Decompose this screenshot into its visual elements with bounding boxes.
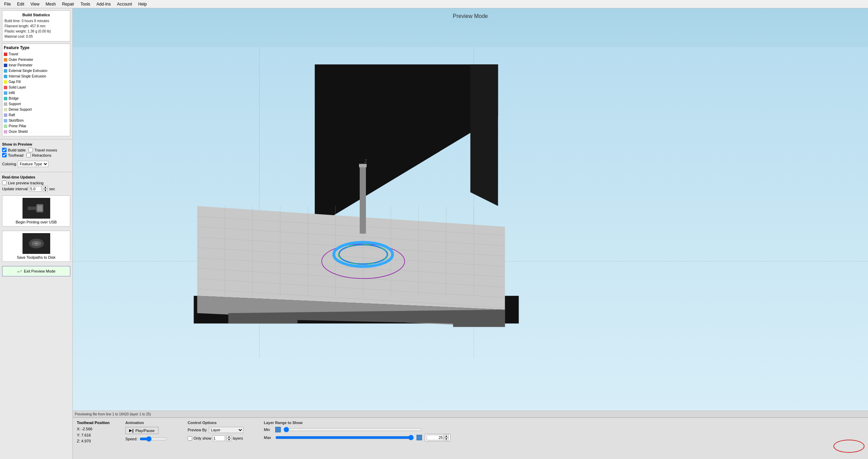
layer-max-input[interactable]: 25 <box>427 435 444 440</box>
layer-range-min-row: Min <box>264 427 864 432</box>
infill-color-swatch <box>4 91 7 95</box>
menu-view[interactable]: View <box>28 1 42 7</box>
only-show-spinner-down[interactable]: ▼ <box>226 438 231 441</box>
update-interval-input[interactable]: 5.0 <box>29 186 42 192</box>
travel-color-swatch <box>4 53 7 56</box>
feature-infill-label: Infill <box>9 90 15 96</box>
menu-repair[interactable]: Repair <box>59 1 77 7</box>
coloring-label: Coloring <box>2 162 16 166</box>
layer-max-value-box: 25 ▲ ▼ <box>425 434 450 441</box>
preview-by-row: Preview By Layer Line Time <box>188 427 257 433</box>
usb-button-label: Begin Printing over USB <box>16 220 57 224</box>
solid-layer-color-swatch <box>4 86 7 89</box>
save-disk-button-label: Save Toolpaths to Disk <box>17 255 56 259</box>
toolhead-y: Y: 7.616 <box>77 432 118 439</box>
animation-title: Animation <box>125 421 181 425</box>
only-show-unit: layers <box>233 436 243 440</box>
feature-gap-fill-label: Gap Fill <box>9 79 20 85</box>
feature-inner-perimeter: Inner Perimeter <box>4 63 69 68</box>
travel-moves-checkbox-row: Travel moves <box>28 148 57 152</box>
feature-travel: Travel <box>4 52 69 57</box>
ext-single-color-swatch <box>4 69 7 73</box>
menu-addins[interactable]: Add-Ins <box>94 1 114 7</box>
feature-solid-layer: Solid Layer <box>4 85 69 90</box>
layer-range-max-row: Max 25 ▲ ▼ <box>264 434 864 441</box>
layer-max-slider[interactable] <box>275 435 414 440</box>
travel-moves-checkbox[interactable] <box>28 148 33 152</box>
feature-outer-perimeter: Outer Perimeter <box>4 57 69 63</box>
coloring-select[interactable]: Feature Type Speed Temperature <box>18 161 48 167</box>
preview-by-select[interactable]: Layer Line Time <box>209 427 243 433</box>
interval-spinner-down[interactable]: ▼ <box>43 189 48 192</box>
layer-min-slider[interactable] <box>284 427 422 432</box>
feature-dense-support-label: Dense Support <box>9 107 32 112</box>
menu-account[interactable]: Account <box>114 1 135 7</box>
feature-skirt-brim: Skirt/Brim <box>4 118 69 123</box>
feature-inner-perimeter-label: Inner Perimeter <box>9 63 33 68</box>
usb-print-button[interactable]: Begin Printing over USB <box>2 195 70 227</box>
realtime-section: Real-time Updates Live preview tracking … <box>0 174 72 193</box>
feature-infill: Infill <box>4 90 69 96</box>
svg-text:Z: Z <box>364 158 367 164</box>
raft-color-swatch <box>4 113 7 117</box>
svg-rect-2 <box>37 205 42 211</box>
layer-max-slider-handle[interactable] <box>417 435 422 440</box>
feature-travel-label: Travel <box>9 52 18 57</box>
retractions-checkbox[interactable] <box>26 153 31 157</box>
layer-max-spinner-down[interactable]: ▼ <box>444 438 449 441</box>
feature-ext-single-extrusion: External Single Extrusion <box>4 68 69 74</box>
layer-max-spinner: ▲ ▼ <box>444 434 449 441</box>
layer-range-title: Layer Range to Show <box>264 421 864 425</box>
feature-ooze-shield-label: Ooze Shield <box>9 129 27 135</box>
exit-preview-button[interactable]: ⮐ Exit Preview Mode <box>2 266 70 276</box>
dense-support-color-swatch <box>4 108 7 111</box>
menu-help[interactable]: Help <box>135 1 150 7</box>
toolhead-checkbox[interactable] <box>2 153 7 157</box>
viewport[interactable]: Preview Mode <box>73 8 868 459</box>
play-pause-label: Play/Pause <box>135 429 155 433</box>
menu-tools[interactable]: Tools <box>78 1 93 7</box>
menu-edit[interactable]: Edit <box>14 1 27 7</box>
preview-by-label: Preview By <box>188 428 207 432</box>
only-show-input[interactable] <box>213 435 225 441</box>
only-show-spinner-up[interactable]: ▲ <box>226 435 231 438</box>
interval-spinner: ▲ ▼ <box>43 186 48 192</box>
plastic-weight-row: Plastic weight: 1.38 g (0.00 lb) <box>5 29 68 34</box>
realtime-title: Real-time Updates <box>2 175 70 179</box>
left-panel: Build Statistics Build time: 0 hours 8 m… <box>0 8 73 459</box>
feature-gap-fill: Gap Fill <box>4 79 69 85</box>
feature-ext-single-label: External Single Extrusion <box>9 68 47 74</box>
material-cost-row: Material cost: 0.05 <box>5 34 68 39</box>
menu-file[interactable]: File <box>1 1 14 7</box>
build-stats-title: Build Statistics <box>5 13 68 17</box>
only-show-checkbox[interactable] <box>188 436 192 441</box>
save-disk-button[interactable]: Save Toolpaths to Disk <box>2 231 70 262</box>
feature-raft: Raft <box>4 112 69 118</box>
menu-mesh[interactable]: Mesh <box>43 1 59 7</box>
feature-bridge: Bridge <box>4 96 69 101</box>
layer-range-section: Layer Range to Show Min Max 25 ▲ ▼ <box>264 421 864 441</box>
exit-preview-arrow-icon: ⮐ <box>17 268 22 274</box>
speed-slider[interactable] <box>140 436 167 442</box>
layer-max-spinner-up[interactable]: ▲ <box>444 434 449 438</box>
update-interval-row: Update interval 5.0 ▲ ▼ sec <box>2 186 70 192</box>
interval-spinner-up[interactable]: ▲ <box>43 186 48 189</box>
speed-label: Speed: <box>125 437 137 441</box>
prime-pillar-color-swatch <box>4 125 7 128</box>
retractions-label: Retractions <box>32 153 52 157</box>
build-table-checkbox[interactable] <box>2 148 7 152</box>
support-color-swatch <box>4 102 7 106</box>
show-in-preview-title: Show in Preview <box>2 142 70 146</box>
gap-fill-color-swatch <box>4 80 7 84</box>
feature-int-single-label: Internal Single Extrusion <box>9 74 46 79</box>
retractions-checkbox-row: Retractions <box>26 153 52 157</box>
animation-section: Animation ▶‖ Play/Pause Speed: <box>125 421 181 442</box>
live-preview-row: Live preview tracking <box>2 181 70 185</box>
control-options-section: Control Options Preview By Layer Line Ti… <box>188 421 257 441</box>
toolhead-pos-title: Toolhead Position <box>77 421 118 425</box>
layer-min-slider-handle[interactable] <box>275 427 281 432</box>
filament-length-row: Filament length: 457.8 mm <box>5 24 68 29</box>
live-preview-checkbox[interactable] <box>2 181 7 185</box>
feature-type-title: Feature Type <box>4 45 69 50</box>
play-pause-button[interactable]: ▶‖ Play/Pause <box>125 427 159 434</box>
